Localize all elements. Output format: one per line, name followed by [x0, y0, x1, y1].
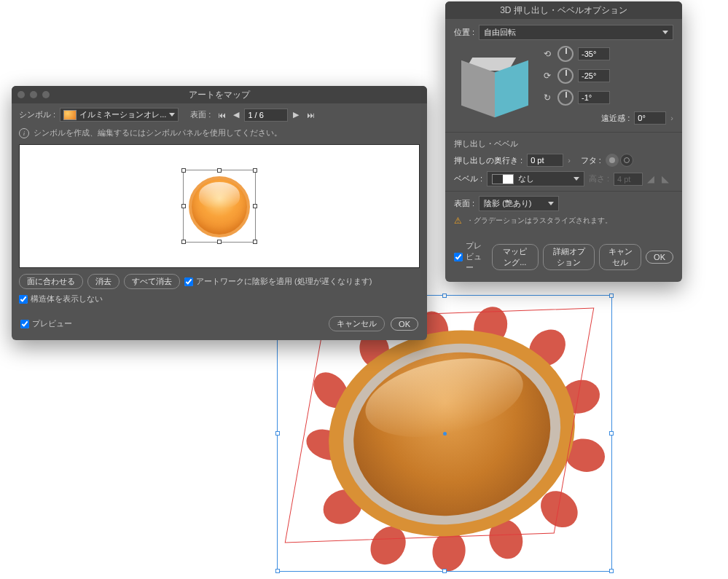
info-icon: i [19, 128, 29, 138]
stepper-icon[interactable]: › [568, 156, 571, 165]
next-surface-button[interactable]: ▶ [289, 109, 302, 122]
info-text: シンボルを作成、編集するにはシンボルパネルを使用してください。 [34, 127, 282, 138]
y-rotation-input[interactable] [578, 69, 610, 82]
cap-off-icon[interactable] [620, 154, 633, 167]
y-rotation-dial[interactable] [557, 68, 574, 84]
y-axis-icon: ⟳ [541, 70, 553, 82]
more-options-button[interactable]: 詳細オプション [543, 244, 595, 270]
first-surface-button[interactable]: ⏮ [215, 109, 228, 122]
last-surface-button[interactable]: ⏭ [304, 109, 317, 122]
height-label: 高さ : [589, 173, 609, 184]
stepper-icon[interactable]: › [670, 114, 673, 122]
symbol-label: シンボル : [19, 109, 55, 120]
warning-icon: ⚠ [454, 216, 462, 226]
titlebar[interactable]: 3D 押し出し・ベベルオプション [445, 1, 682, 19]
prev-surface-button[interactable]: ◀ [230, 109, 243, 122]
position-dropdown[interactable]: 自由回転 [479, 25, 673, 40]
height-input [614, 173, 643, 186]
surface-dropdown[interactable]: 陰影 (艶あり) [479, 196, 559, 211]
z-rotation-dial[interactable] [557, 90, 574, 106]
resize-handle[interactable] [253, 168, 257, 173]
surface-label: 表面 : [190, 109, 211, 120]
resize-handle[interactable] [253, 204, 257, 208]
symbol-name: イルミネーションオレ... [79, 109, 166, 120]
scale-to-fit-button[interactable]: 面に合わせる [19, 274, 83, 289]
selection-handle[interactable] [609, 294, 614, 298]
resize-handle[interactable] [181, 204, 186, 208]
surface-input[interactable] [244, 109, 288, 122]
shade-artwork-checkbox[interactable]: アートワークに陰影を適用 (処理が遅くなります) [184, 276, 372, 287]
map-art-dialog: アートをマップ シンボル : イルミネーションオレ... 表面 : ⏮ ◀ ▶ … [12, 86, 427, 340]
art-bounding-box[interactable] [183, 170, 256, 243]
z-rotation-input[interactable] [578, 91, 610, 104]
map-canvas[interactable] [19, 144, 420, 268]
resize-handle[interactable] [217, 240, 222, 244]
position-label: 位置 : [454, 27, 474, 38]
bevel-dropdown[interactable]: なし [487, 171, 584, 186]
selection-handle[interactable] [609, 431, 614, 436]
bevel-out-icon: ◣ [662, 173, 673, 185]
ok-button[interactable]: OK [646, 251, 673, 264]
cancel-button[interactable]: キャンセル [329, 316, 385, 331]
depth-label: 押し出しの奥行き : [454, 155, 522, 166]
bevel-in-icon: ◢ [647, 173, 659, 185]
resize-handle[interactable] [253, 240, 257, 244]
chevron-down-icon [574, 177, 579, 181]
selection-handle[interactable] [275, 431, 280, 436]
selection-handle[interactable] [609, 569, 614, 573]
x-rotation-input[interactable] [578, 47, 610, 60]
symbol-dropdown[interactable]: イルミネーションオレ... [60, 108, 179, 122]
symbol-swatch-icon [63, 110, 77, 120]
selection-handle[interactable] [275, 569, 280, 573]
selection-handle[interactable] [442, 294, 447, 298]
clear-button[interactable]: 消去 [87, 274, 120, 289]
3d-extrude-dialog: 3D 押し出し・ベベルオプション 位置 : 自由回転 ⟲ [445, 1, 682, 282]
perspective-label: 遠近感 : [601, 113, 630, 124]
perspective-input[interactable] [634, 111, 666, 125]
mapped-symbol-preview [189, 176, 250, 237]
invisible-geometry-checkbox[interactable]: 構造体を表示しない [19, 294, 103, 304]
rotation-cube-widget[interactable] [454, 46, 527, 126]
x-rotation-dial[interactable] [557, 46, 574, 62]
warning-text: ・グラデーションはラスタライズされます。 [466, 216, 612, 226]
preview-checkbox[interactable]: プレビュー [20, 318, 72, 329]
bevel-label: ベベル : [454, 173, 482, 184]
resize-handle[interactable] [217, 168, 222, 173]
titlebar[interactable]: アートをマップ [12, 86, 427, 103]
resize-handle[interactable] [181, 240, 186, 244]
chevron-down-icon [662, 31, 668, 34]
resize-handle[interactable] [181, 168, 186, 173]
depth-input[interactable] [527, 154, 563, 167]
preview-checkbox[interactable]: プレビュー [454, 240, 488, 273]
bevel-swatch-icon [492, 174, 514, 184]
chevron-down-icon [548, 202, 554, 205]
cap-label: フタ : [581, 155, 601, 166]
cap-on-icon[interactable] [606, 154, 619, 167]
window-controls[interactable] [17, 91, 50, 98]
map-art-button[interactable]: マッピング... [492, 244, 539, 270]
ok-button[interactable]: OK [391, 318, 418, 331]
surface-label: 表面 : [454, 198, 474, 209]
cancel-button[interactable]: キャンセル [599, 244, 641, 270]
chevron-down-icon [169, 113, 175, 117]
dialog-title: 3D 押し出し・ベベルオプション [445, 4, 682, 17]
selection-center [443, 432, 447, 436]
x-axis-icon: ⟲ [541, 48, 553, 60]
extrude-section-title: 押し出し・ベベル [454, 138, 673, 149]
z-axis-icon: ↻ [541, 92, 553, 103]
clear-all-button[interactable]: すべて消去 [124, 274, 180, 289]
selection-handle[interactable] [442, 569, 447, 573]
dialog-title: アートをマップ [12, 89, 427, 101]
